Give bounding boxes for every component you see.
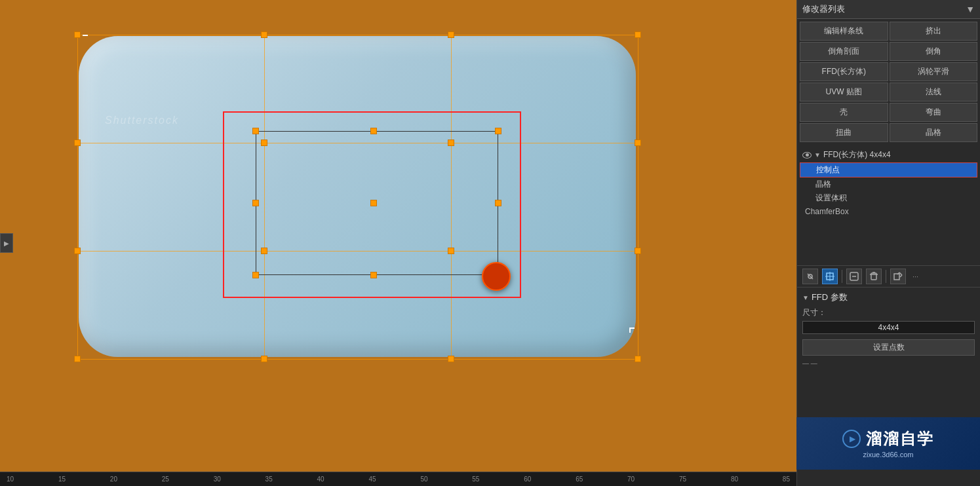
tick [629,327,631,333]
svg-rect-10 [894,274,899,280]
set-points-btn[interactable]: 设置点数 [802,339,975,356]
cage-line-v-right [638,35,638,359]
inner-ctrl-point[interactable] [252,272,259,278]
ruler-num: 35 [265,476,273,483]
ctrl-point[interactable] [448,31,454,38]
configure-btn[interactable] [846,269,862,284]
inner-ctrl-point[interactable] [252,200,259,206]
params-header: ▼ FFD 参数 [802,291,975,303]
cage-line-h-bottom [77,359,638,360]
viewport[interactable]: Shutterstock [0,0,796,486]
tool-separator [842,270,842,283]
btn-twist[interactable]: 扭曲 [800,123,888,142]
panel-close-btn[interactable]: ▼ [966,4,975,14]
select-tool-btn[interactable] [822,269,838,284]
ruler-num: 20 [110,476,117,483]
eye-icon [802,152,812,159]
ruler-num: 40 [317,476,324,483]
select-icon [825,272,834,281]
ruler-num: 25 [162,476,169,483]
delete-icon [869,272,878,281]
ruler-num: 75 [679,476,686,483]
params-value-row: 4x4x4 [802,321,975,334]
logo-row: ▶ 溜溜自学 [842,428,934,449]
ctrl-point[interactable] [74,248,81,254]
cage-line-h-top [77,35,638,35]
indicator-dots: — — [802,360,817,367]
inner-ctrl-point[interactable] [370,128,377,134]
ruler-num: 85 [783,476,790,483]
chamfer-box-item[interactable]: ChamferBox [800,205,977,218]
tick [83,35,88,36]
ruler-num: 50 [420,476,427,483]
params-title: FFD 参数 [812,291,848,303]
logo-main-text: 溜溜自学 [866,428,934,449]
ruler-num: 65 [576,476,583,483]
cage-line-v-left [77,35,78,359]
inner-ctrl-point[interactable] [495,128,501,134]
logo-play-icon: ▶ [842,430,861,448]
inner-ctrl-point[interactable] [495,200,501,206]
params-section: ▼ FFD 参数 尺寸： 4x4x4 设置点数 — — [797,288,980,371]
btn-bevel-profile[interactable]: 倒角剖面 [800,42,888,61]
btn-ffd-box[interactable]: FFD(长方体) [800,62,888,81]
ctrl-point[interactable] [635,248,641,254]
size-value-box[interactable]: 4x4x4 [802,321,975,334]
inner-ctrl-point[interactable] [370,200,377,206]
sub-item-label: 晶格 [815,179,831,190]
btn-normals[interactable]: 法线 [890,83,978,102]
chamfer-box-label: ChamferBox [805,207,849,216]
sub-item-set-volume[interactable]: 设置体积 [800,191,977,205]
btn-uvw-map[interactable]: UVW 贴图 [800,83,888,102]
watermark-text: Shutterstock [105,115,179,126]
ffd-stack-name: FFD(长方体) 4x4x4 [823,149,975,160]
params-size-row: 尺寸： [802,307,975,318]
ruler-num: 55 [472,476,479,483]
sub-item-control-points[interactable]: 控制点 [800,162,977,178]
inner-ctrl-point[interactable] [252,128,259,134]
right-panel: 修改器列表 ▼ 编辑样条线 挤出 倒角剖面 倒角 FFD(长方体) 涡轮平滑 U… [796,0,980,486]
sub-item-lattice[interactable]: 晶格 [800,178,977,191]
ctrl-point[interactable] [74,140,81,146]
btn-turbo-smooth[interactable]: 涡轮平滑 [890,62,978,81]
stack-toolbar: ··· [797,265,980,288]
ctrl-point[interactable] [635,140,641,146]
configure-icon [850,272,859,281]
btn-extrude[interactable]: 挤出 [890,22,978,41]
ctrl-point[interactable] [261,356,267,362]
delete-btn[interactable] [866,269,882,284]
sub-item-label: 控制点 [816,164,840,176]
modifier-stack: ▼ FFD(长方体) 4x4x4 控制点 晶格 设置体积 ChamferBox [797,145,980,265]
panel-title: 修改器列表 [802,3,845,15]
ctrl-point[interactable] [261,31,267,38]
sub-item-label: 设置体积 [815,193,847,204]
ruler-num: 10 [7,476,14,483]
ruler-num: 70 [627,476,635,483]
cursor-circle [482,262,511,291]
left-panel-toggle[interactable]: ▶ [0,233,13,253]
ctrl-point[interactable] [635,356,641,362]
play-icon: ▶ [850,434,855,443]
extra-indicators: — — [802,360,975,367]
modifier-button-grid: 编辑样条线 挤出 倒角剖面 倒角 FFD(长方体) 涡轮平滑 UVW 贴图 法线… [797,19,980,145]
btn-shell[interactable]: 壳 [800,103,888,122]
logo-sub-text: zixue.3d66.com [863,451,913,458]
btn-bevel[interactable]: 倒角 [890,42,978,61]
logo-watermark: ▶ 溜溜自学 zixue.3d66.com [796,417,980,470]
ffd-stack-item[interactable]: ▼ FFD(长方体) 4x4x4 [800,147,977,162]
ruler-num: 15 [58,476,66,483]
inner-ctrl-point[interactable] [370,272,377,278]
btn-lattice[interactable]: 晶格 [890,123,978,142]
ctrl-point[interactable] [635,31,641,38]
btn-edit-spline[interactable]: 编辑样条线 [800,22,888,41]
ruler-num: 30 [214,476,221,483]
ctrl-point[interactable] [448,356,454,362]
edit-btn[interactable] [890,269,906,284]
ctrl-point[interactable] [74,31,81,38]
size-label: 尺寸： [802,307,829,318]
drag-handle: ··· [912,272,918,280]
svg-line-13 [900,275,902,277]
btn-bend[interactable]: 弯曲 [890,103,978,122]
ctrl-point[interactable] [74,356,81,362]
pin-tool-btn[interactable] [802,269,818,284]
